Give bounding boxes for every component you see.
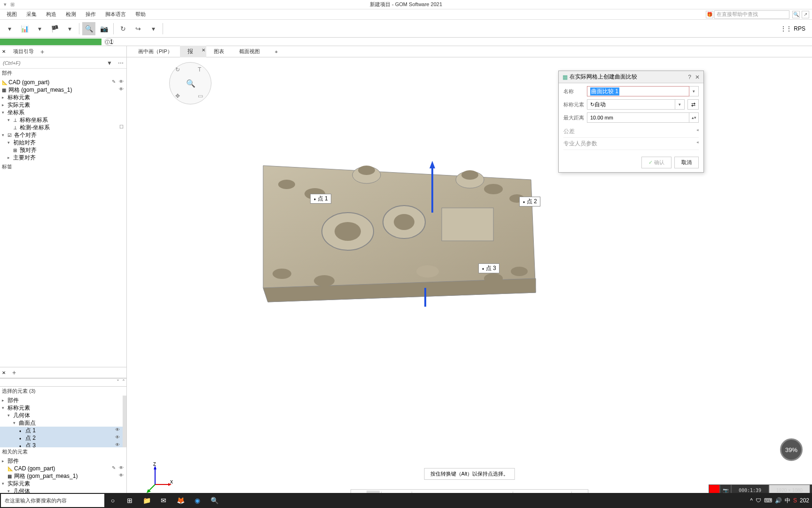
tray-icon[interactable]: ^ <box>750 497 753 504</box>
tree-nominal[interactable]: ▸标称元素 <box>0 94 126 101</box>
refresh-icon[interactable]: ↻ <box>117 22 130 35</box>
title-control-icon[interactable]: ⊞ <box>10 1 15 8</box>
eye-icon[interactable]: 👁 <box>118 465 125 472</box>
tab-project-guide[interactable]: 项目引导 <box>9 47 38 56</box>
tree-item[interactable]: ▾曲面点 <box>0 419 123 427</box>
chart-icon[interactable]: 📊 <box>18 22 31 35</box>
cortana-icon[interactable]: ○ <box>104 493 121 508</box>
filter-input[interactable] <box>0 59 104 67</box>
tab-close-icon[interactable]: ✕ <box>2 49 6 54</box>
tree-nominal-coord[interactable]: ▾⊥标称坐标系 <box>0 116 126 124</box>
tab-add-icon[interactable]: + <box>40 48 44 56</box>
tree-actual[interactable]: ▸实际元素 <box>0 101 126 109</box>
tree-inspect-coord[interactable]: ⊥检测-坐标系☐ <box>0 124 126 131</box>
dropdown-icon[interactable]: ▾ <box>63 22 76 35</box>
dropdown-icon[interactable]: ▾ <box>689 86 699 96</box>
tree-prealign[interactable]: ⊞预对齐 <box>0 146 126 154</box>
expert-section[interactable]: 专业人员参数◂ <box>563 138 699 150</box>
tree-coords[interactable]: ▾坐标系 <box>0 109 126 116</box>
view-tab-section[interactable]: 截面视图 <box>232 46 267 57</box>
dropdown-icon[interactable]: ▾ <box>147 22 160 35</box>
nav-cube[interactable]: 🔍 ↻ T ✥ ▭ <box>169 62 211 104</box>
tree-point-3[interactable]: ⬧点 3👁 <box>0 442 123 447</box>
cancel-button[interactable]: 取消 <box>674 157 699 168</box>
tree-item[interactable]: 📐CAD (gom_part)✎👁 <box>0 465 126 472</box>
tree-cad[interactable]: 📐CAD (gom_part)✎👁 <box>0 79 126 86</box>
redo-icon[interactable]: ↪ <box>132 22 145 35</box>
nav-rotate-icon[interactable]: ↻ <box>175 66 183 74</box>
filter-more-icon[interactable]: ⋯ <box>115 60 126 66</box>
eye-icon[interactable]: 👁 <box>118 473 125 479</box>
nav-text-icon[interactable]: T <box>198 66 205 74</box>
dropdown-icon[interactable]: ▾ <box>3 22 16 35</box>
title-control-icon[interactable]: ▾ <box>4 1 7 8</box>
view-tab-add[interactable]: + <box>267 47 285 56</box>
eye-icon[interactable]: 👁 <box>114 442 121 447</box>
menu-view[interactable]: 视图 <box>2 10 22 19</box>
app-icon[interactable]: ◉ <box>189 493 206 508</box>
nominal-select[interactable]: ↻ 自动 <box>587 99 675 110</box>
menu-help[interactable]: 帮助 <box>131 10 150 19</box>
mail-icon[interactable]: ✉ <box>155 493 172 508</box>
eye-icon[interactable]: 👁 <box>118 79 125 86</box>
point-label-2[interactable]: ⬧ 点 2 <box>519 197 540 206</box>
ime-indicator[interactable]: 中 <box>785 497 790 505</box>
spinner-icon[interactable]: ▴▾ <box>689 112 699 123</box>
view-tab-chart[interactable]: 图表 <box>206 46 232 57</box>
help-icon[interactable]: ? <box>688 74 691 80</box>
dropdown-icon[interactable]: ▾ <box>675 99 685 110</box>
model-3d[interactable] <box>193 151 540 311</box>
tree-mesh[interactable]: ▦网格 (gom_part_meas_1)👁 <box>0 86 126 94</box>
external-icon[interactable]: ↗ <box>802 11 809 18</box>
tree-item[interactable]: ▾标称元素 <box>0 404 123 412</box>
firefox-icon[interactable]: 🦊 <box>172 493 189 508</box>
maxdist-input[interactable]: 10.00 mm <box>587 112 689 123</box>
menu-acquire[interactable]: 采集 <box>22 10 41 19</box>
view-tab-report[interactable]: 报✕ <box>180 46 206 57</box>
tray-icon[interactable]: 🔊 <box>775 497 782 504</box>
eye-icon[interactable]: 👁 <box>114 435 121 441</box>
tab-add-icon[interactable]: + <box>12 369 16 376</box>
tray-icon[interactable]: S <box>793 497 797 504</box>
edit-icon[interactable]: ✎ <box>110 79 117 86</box>
tree-item[interactable]: ▸部件 <box>0 457 126 465</box>
viewport-3d[interactable]: 🔍 ↻ T ✥ ▭ <box>127 57 812 508</box>
tree-point-2[interactable]: ⬧点 2👁 <box>0 434 123 442</box>
rps-icon[interactable]: ⋮⋮ <box>781 25 792 32</box>
search-help-icon[interactable]: 🔍 <box>792 11 800 18</box>
tree-item[interactable]: ▦网格 (gom_part_meas_1)👁 <box>0 472 126 480</box>
checkbox[interactable]: ☐ <box>118 124 125 131</box>
dropdown-icon[interactable]: ▾ <box>33 22 46 35</box>
tree-alignments[interactable]: ▾☑各个对齐 <box>0 131 126 139</box>
taskview-icon[interactable]: ⊞ <box>121 493 138 508</box>
edit-icon[interactable]: ✎ <box>110 465 117 472</box>
search-icon[interactable]: 🔍 <box>82 22 95 35</box>
tree-item[interactable]: ▸部件 <box>0 397 123 404</box>
explorer-icon[interactable]: 📁 <box>138 493 155 508</box>
zoom-icon[interactable]: 🔍 <box>186 79 195 88</box>
eye-icon[interactable]: 👁 <box>114 427 121 434</box>
tree-main-align[interactable]: ▸主要对齐 <box>0 154 126 161</box>
menu-construct[interactable]: 构造 <box>41 10 61 19</box>
eye-icon[interactable]: 👁 <box>118 87 125 93</box>
gift-icon[interactable]: 🎁 <box>706 11 713 18</box>
flag-icon[interactable]: 🏴 <box>48 22 61 35</box>
tree-point-1[interactable]: ⬧点 1👁 <box>0 427 123 434</box>
point-label-1[interactable]: ⬧ 点 1 <box>310 194 331 204</box>
view-tab-pip[interactable]: 画中画（PIP） <box>131 46 180 57</box>
tolerance-section[interactable]: 公差◂ <box>563 126 699 138</box>
ok-button[interactable]: 确认 <box>641 157 671 168</box>
tray-icon[interactable]: ⌨ <box>764 497 772 504</box>
rps-label[interactable]: RPS <box>794 25 805 32</box>
collapse-icon[interactable]: ˇ <box>117 379 119 386</box>
filter-icon[interactable]: ▼ <box>104 60 115 66</box>
tree-item[interactable]: ▾实际元素 <box>0 480 126 487</box>
progress-info-badge[interactable]: ⓘ1 <box>104 38 114 46</box>
tab-close-icon[interactable]: ✕ <box>2 370 6 375</box>
nav-move-icon[interactable]: ✥ <box>175 93 183 100</box>
expand-icon[interactable]: ˆ <box>123 379 125 386</box>
settings-icon[interactable]: ⇄ <box>687 99 699 110</box>
tree-init-align[interactable]: ▾初始对齐 <box>0 139 126 146</box>
menu-script[interactable]: 脚本语言 <box>101 10 131 19</box>
close-icon[interactable]: ✕ <box>202 48 205 53</box>
